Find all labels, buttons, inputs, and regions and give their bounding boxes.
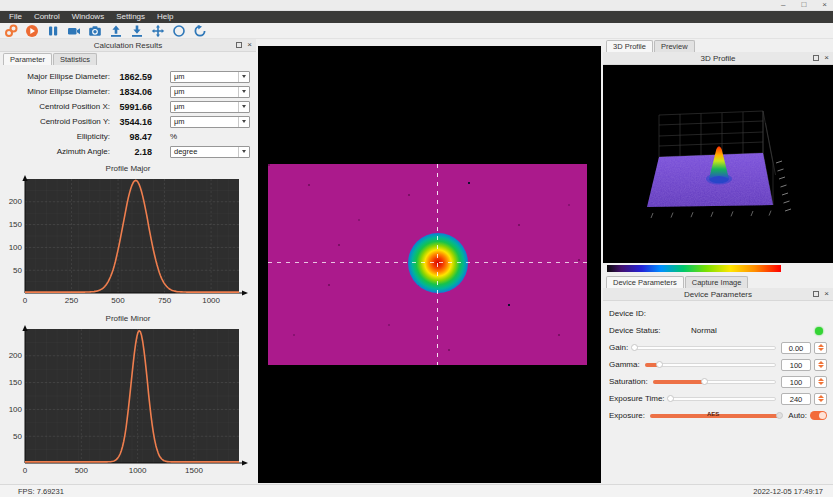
float-panel-icon[interactable] <box>813 291 819 297</box>
saturation-value[interactable]: 100 <box>781 376 811 388</box>
video-camera-icon[interactable] <box>67 24 81 37</box>
chevron-down-icon <box>242 120 246 123</box>
tab-device-parameters[interactable]: Device Parameters <box>606 276 684 288</box>
saturation-slider[interactable] <box>653 378 776 386</box>
aes-label: AES <box>707 411 719 417</box>
statusbar: FPS: 7.69231 2022-12-05 17:49:17 <box>0 484 833 497</box>
photo-camera-icon[interactable] <box>88 24 102 37</box>
saturation-spinner[interactable] <box>814 376 827 388</box>
link-icon[interactable] <box>4 24 18 37</box>
toolbar <box>0 23 833 39</box>
download-icon[interactable] <box>130 24 144 37</box>
svg-text:500: 500 <box>111 296 125 305</box>
menu-settings[interactable]: Settings <box>110 11 151 23</box>
gamma-slider[interactable] <box>645 361 776 369</box>
spin-down-icon <box>818 399 824 402</box>
svg-text:1500: 1500 <box>185 466 203 475</box>
device-parameter-list: Device ID: Device Status: Normal Gain: 0… <box>603 301 833 424</box>
svg-text:750: 750 <box>158 296 172 305</box>
unit-dropdown[interactable]: μm <box>170 86 250 98</box>
svg-text:100: 100 <box>9 243 23 252</box>
saturation-row: Saturation: 100 <box>609 373 827 390</box>
tab-parameter[interactable]: Parameter <box>3 53 52 65</box>
calculation-results-header: Calculation Results × <box>0 39 256 52</box>
tab-preview[interactable]: Preview <box>654 40 695 52</box>
unit-dropdown[interactable]: degree <box>170 146 250 158</box>
profile-3d-plot[interactable] <box>603 65 833 263</box>
status-indicator <box>815 327 823 335</box>
svg-text:1000: 1000 <box>129 466 147 475</box>
close-icon[interactable]: × <box>822 1 827 9</box>
device-parameters-header: Device Parameters × <box>603 288 833 301</box>
device-id-row: Device ID: <box>609 305 827 322</box>
tab-capture-image[interactable]: Capture Image <box>685 276 749 288</box>
rotate-icon[interactable] <box>193 24 207 37</box>
sensor-noise <box>268 164 270 166</box>
svg-text:50: 50 <box>13 266 22 275</box>
unit-dropdown[interactable]: μm <box>170 101 250 113</box>
panel-title: Calculation Results <box>0 41 256 50</box>
gain-value[interactable]: 0.00 <box>781 342 811 354</box>
param-row: Azimuth Angle: 2.18 degree <box>2 144 250 159</box>
device-status-row: Device Status: Normal <box>609 322 827 339</box>
tab-statistics[interactable]: Statistics <box>53 53 97 65</box>
slider-handle <box>701 378 708 385</box>
param-row: Minor Ellipse Diameter: 1834.06 μm <box>2 84 250 99</box>
svg-text:1000: 1000 <box>202 296 220 305</box>
maximize-icon[interactable]: □ <box>801 1 806 9</box>
menu-help[interactable]: Help <box>151 11 179 23</box>
move-icon[interactable] <box>151 24 165 37</box>
spin-up-icon <box>818 361 824 364</box>
svg-text:200: 200 <box>9 351 23 360</box>
play-icon[interactable] <box>25 24 39 37</box>
unit-dropdown[interactable]: μm <box>170 116 250 128</box>
gain-spinner[interactable] <box>814 342 827 354</box>
svg-text:150: 150 <box>9 220 23 229</box>
menu-control[interactable]: Control <box>28 11 66 23</box>
param-row: Ellipticity: 98.47 % <box>2 129 250 144</box>
beam-image[interactable] <box>268 164 587 365</box>
chevron-down-icon <box>242 105 246 108</box>
menu-file[interactable]: File <box>3 11 28 23</box>
pause-icon[interactable] <box>46 24 60 37</box>
gamma-spinner[interactable] <box>814 359 827 371</box>
upload-icon[interactable] <box>109 24 123 37</box>
exposure-time-value[interactable]: 240 <box>781 393 811 405</box>
svg-text:50: 50 <box>13 432 22 441</box>
float-panel-icon[interactable] <box>236 42 242 48</box>
float-panel-icon[interactable] <box>813 55 819 61</box>
major-diameter-value: 1862.59 <box>110 72 152 82</box>
close-panel-icon[interactable]: × <box>824 290 829 298</box>
spin-up-icon <box>818 395 824 398</box>
circle-select-icon[interactable] <box>172 24 186 37</box>
beam-spot <box>408 233 468 293</box>
svg-text:500: 500 <box>75 466 89 475</box>
crosshair-vertical <box>437 164 438 365</box>
profile-minor-chart: 05001000150050100150200 <box>3 324 251 476</box>
gamma-row: Gamma: 100 <box>609 356 827 373</box>
svg-text:100: 100 <box>9 405 23 414</box>
close-panel-icon[interactable]: × <box>247 41 252 49</box>
menubar: File Control Windows Settings Help <box>0 11 833 23</box>
gamma-value[interactable]: 100 <box>781 359 811 371</box>
profile-minor-title: Profile Minor <box>0 314 256 323</box>
close-panel-icon[interactable]: × <box>824 54 829 62</box>
slider-handle <box>631 344 638 351</box>
exposure-time-slider[interactable] <box>670 395 776 403</box>
auto-exposure-toggle[interactable] <box>810 411 827 420</box>
minimize-icon[interactable]: – <box>781 1 785 9</box>
chevron-down-icon <box>242 90 246 93</box>
gain-row: Gain: 0.00 <box>609 339 827 356</box>
exposure-slider[interactable]: AES <box>650 412 779 420</box>
profile-major-chart: 0250500750100050100150200 <box>3 174 251 306</box>
tab-3d-profile[interactable]: 3D Profile <box>606 40 653 52</box>
profile-tabs: 3D Profile Preview <box>603 39 833 52</box>
unit-dropdown[interactable]: μm <box>170 71 250 83</box>
exposure-time-spinner[interactable] <box>814 393 827 405</box>
slider-handle <box>776 412 783 419</box>
menu-windows[interactable]: Windows <box>66 11 110 23</box>
camera-view-canvas[interactable] <box>258 46 601 483</box>
param-row: Centroid Position Y: 3544.16 μm <box>2 114 250 129</box>
auto-label: Auto: <box>788 411 807 420</box>
gain-slider[interactable] <box>633 344 776 352</box>
